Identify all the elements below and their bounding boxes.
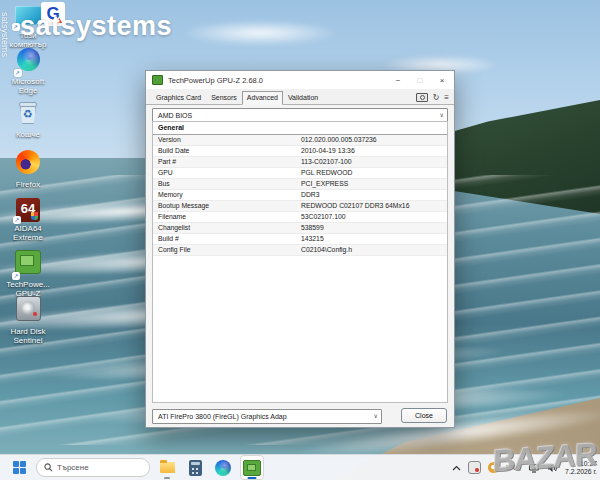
- row-value: 53C02107.100: [301, 212, 346, 222]
- menu-icon[interactable]: ≡: [444, 94, 449, 102]
- row-value: DDR3: [301, 190, 320, 200]
- recycle-bin-icon: ♻: [17, 100, 39, 124]
- calculator-icon: [189, 460, 202, 476]
- info-row: Changelist538599: [153, 223, 447, 234]
- gpuz-app-icon: [152, 75, 163, 85]
- hdd-dot: [33, 312, 37, 316]
- desktop-icon-recycle-bin[interactable]: ♻ Кошче: [2, 100, 54, 139]
- recycle-symbol-icon: ♻: [17, 108, 39, 120]
- desktop-icon-label: Hard Disk Sentinel: [2, 327, 54, 345]
- tab-sensors[interactable]: Sensors: [206, 91, 242, 104]
- shortcut-arrow-icon: ↗: [12, 23, 20, 31]
- bios-type-value: AMD BIOS: [158, 112, 192, 119]
- watermark-bazar: BAZAR: [492, 436, 597, 479]
- gpu-z-icon: [243, 460, 261, 476]
- running-indicator: [164, 477, 170, 479]
- row-label: Build #: [158, 234, 179, 244]
- taskbar-gpu-z[interactable]: [240, 455, 264, 480]
- gpuz-titlebar[interactable]: TechPowerUp GPU-Z 2.68.0 − □ ×: [146, 71, 454, 89]
- desktop-icon-aida64[interactable]: 64 ↗ AIDA64 Extreme: [2, 198, 54, 242]
- shortcut-arrow-icon: ↗: [12, 272, 20, 280]
- maximize-button: □: [414, 76, 426, 85]
- row-value: 012.020.000.005.037236: [301, 135, 377, 145]
- window-title: TechPowerUp GPU-Z 2.68.0: [168, 76, 263, 85]
- row-label: Changelist: [158, 223, 190, 233]
- desktop-icon-label: AIDA64 Extreme: [2, 224, 54, 242]
- advanced-info-list[interactable]: General Version012.020.000.005.037236 Bu…: [152, 121, 448, 403]
- tab-validation[interactable]: Validation: [283, 91, 323, 104]
- watermark-satsystems: satsystems: [20, 11, 172, 42]
- row-label: Config File: [158, 245, 191, 255]
- gpu-z-icon: [15, 250, 41, 274]
- taskbar-search[interactable]: Търсене: [36, 458, 150, 477]
- search-icon: [44, 463, 53, 472]
- graphics-adapter-dropdown[interactable]: ATI FirePro 3800 (FireGL) Graphics Adap …: [152, 409, 382, 424]
- info-row: Version012.020.000.005.037236: [153, 135, 447, 146]
- row-value: PCI_EXPRESS: [301, 179, 348, 189]
- row-value: 113-C02107-100: [301, 157, 352, 167]
- row-label: Memory: [158, 190, 183, 200]
- folder-icon: [160, 462, 175, 473]
- search-placeholder: Търсене: [57, 463, 89, 472]
- gpuz-tab-strip: Graphics Card Sensors Advanced Validatio…: [146, 89, 454, 105]
- row-value: 2010-04-19 13:36: [301, 146, 355, 156]
- active-indicator: [248, 477, 257, 479]
- start-button[interactable]: [8, 457, 30, 479]
- cloud: [180, 20, 340, 46]
- info-row: Bootup MessageREDWOOD C02107 DDR3 64Mx16: [153, 201, 447, 212]
- desktop-icon-gpu-z[interactable]: ↗ TechPowe... GPU-Z: [2, 250, 54, 298]
- row-label: Version: [158, 135, 181, 145]
- info-row: Build #143215: [153, 234, 447, 245]
- info-row: GPUPGL REDWOOD: [153, 168, 447, 179]
- minimize-button[interactable]: −: [392, 76, 404, 85]
- tab-graphics-card[interactable]: Graphics Card: [151, 91, 206, 104]
- row-label: Bootup Message: [158, 201, 209, 211]
- aida64-shield: [31, 212, 38, 220]
- row-label: Build Date: [158, 146, 189, 156]
- close-window-button[interactable]: ×: [436, 76, 448, 85]
- row-value: REDWOOD C02107 DDR3 64Mx16: [301, 201, 409, 211]
- gpu-z-chip: [20, 255, 34, 266]
- hard-disk-sentinel-icon: [16, 296, 41, 321]
- row-value: 538599: [301, 223, 324, 233]
- desktop-icon-firefox[interactable]: Firefox: [2, 150, 54, 189]
- row-label: Filename: [158, 212, 186, 222]
- row-label: Bus: [158, 179, 170, 189]
- tray-app-red-icon[interactable]: [468, 461, 481, 474]
- graphics-adapter-value: ATI FirePro 3800 (FireGL) Graphics Adap: [158, 413, 287, 420]
- refresh-icon[interactable]: ↻: [433, 94, 440, 102]
- row-value: PGL REDWOOD: [301, 168, 352, 178]
- taskbar-edge[interactable]: [212, 456, 234, 479]
- close-button[interactable]: Close: [401, 408, 447, 423]
- row-label: GPU: [158, 168, 173, 178]
- tray-overflow-chevron[interactable]: [452, 465, 461, 471]
- watermark-left-edge: satsystems: [0, 12, 10, 102]
- desktop-icon-label: Кошче: [2, 130, 54, 139]
- taskbar-calculator[interactable]: [184, 456, 206, 479]
- gpuz-window: TechPowerUp GPU-Z 2.68.0 − □ × Graphics …: [145, 70, 455, 428]
- desktop-icon-label: Firefox: [2, 180, 54, 189]
- desktop-icon-hard-disk-sentinel[interactable]: Hard Disk Sentinel: [2, 296, 54, 345]
- desktop: satsystems satsystems BAZAR ↗ Този компю…: [0, 0, 600, 480]
- edge-icon: [215, 460, 231, 476]
- section-header: General: [153, 122, 447, 135]
- gpuz-bottom-bar: ATI FirePro 3800 (FireGL) Graphics Adap …: [146, 405, 454, 427]
- info-row: BusPCI_EXPRESS: [153, 179, 447, 190]
- tab-advanced[interactable]: Advanced: [242, 91, 283, 105]
- info-row: Config FileC02104\Config.h: [153, 245, 447, 256]
- chevron-down-icon: ∨: [374, 410, 378, 423]
- row-value: 143215: [301, 234, 324, 244]
- row-label: Part #: [158, 157, 176, 167]
- row-value: C02104\Config.h: [301, 245, 352, 255]
- info-row: Part #113-C02107-100: [153, 157, 447, 168]
- info-row: Filename53C02107.100: [153, 212, 447, 223]
- edge-icon: [17, 48, 40, 71]
- camera-icon[interactable]: [416, 93, 428, 102]
- shortcut-arrow-icon: ↗: [14, 69, 22, 77]
- info-row: Build Date2010-04-19 13:36: [153, 146, 447, 157]
- windows-logo-icon: [13, 461, 26, 474]
- taskbar-file-explorer[interactable]: [156, 456, 178, 479]
- info-row: MemoryDDR3: [153, 190, 447, 201]
- shortcut-arrow-icon: ↗: [13, 216, 21, 224]
- firefox-icon: [16, 150, 40, 174]
